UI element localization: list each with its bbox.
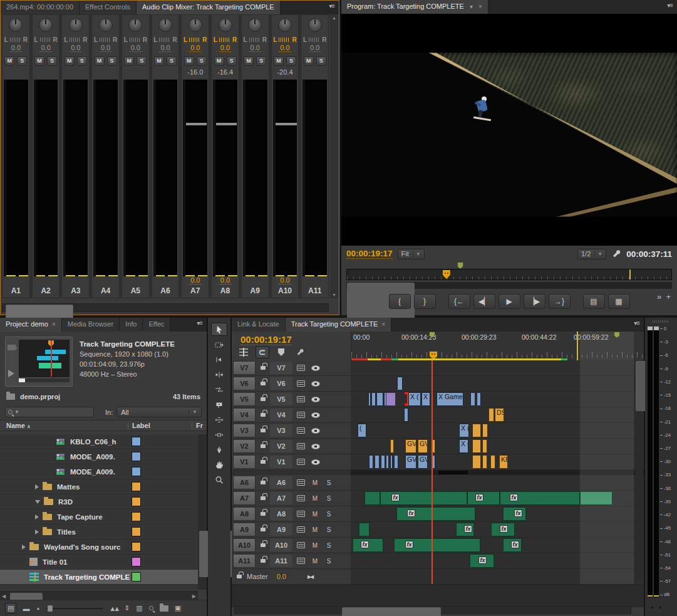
- sync-lock-button[interactable]: [293, 522, 308, 537]
- play-preview-icon[interactable]: [8, 370, 14, 377]
- mute-track-button[interactable]: M: [308, 491, 322, 506]
- disclosure-right-icon[interactable]: [35, 530, 39, 535]
- mute-button[interactable]: M: [184, 56, 194, 66]
- solo-button[interactable]: S: [286, 56, 296, 66]
- close-icon[interactable]: ×: [478, 3, 482, 10]
- fader-handle[interactable]: [276, 123, 296, 125]
- column-label[interactable]: Label: [128, 422, 150, 429]
- volume-fader[interactable]: [123, 80, 148, 276]
- solo-track-button[interactable]: S: [322, 475, 336, 490]
- timeline-clip[interactable]: X Game: [437, 392, 463, 406]
- track-lock-button[interactable]: [257, 439, 269, 454]
- timeline-clip[interactable]: DS: [495, 408, 504, 422]
- panel-menu-icon[interactable]: ▾≡: [629, 318, 644, 331]
- rate-stretch-tool-button[interactable]: [211, 383, 227, 396]
- track-content[interactable]: [351, 475, 644, 491]
- sync-lock-button[interactable]: [293, 538, 308, 553]
- button-editor-icon[interactable]: +: [666, 292, 671, 301]
- channel-volume-value[interactable]: [62, 276, 89, 285]
- volume-fader[interactable]: [183, 80, 207, 276]
- step-forward-button[interactable]: ▕▶: [524, 294, 545, 309]
- mute-button[interactable]: M: [95, 56, 105, 66]
- solo-button[interactable]: S: [197, 56, 207, 66]
- timeline-clip[interactable]: X (: [421, 392, 430, 406]
- sort-order-icon[interactable]: ⇕: [124, 604, 130, 612]
- program-timecode[interactable]: 00:00:19:17: [346, 249, 393, 259]
- sync-lock-button[interactable]: [293, 506, 308, 521]
- razor-tool-button[interactable]: [211, 398, 227, 411]
- timeline-clip[interactable]: [397, 377, 403, 390]
- track-target-button[interactable]: V7: [270, 362, 292, 374]
- solo-button[interactable]: S: [316, 56, 326, 66]
- disclosure-right-icon[interactable]: [35, 484, 39, 489]
- timeline-clip[interactable]: [386, 455, 389, 469]
- volume-fader[interactable]: [63, 80, 88, 276]
- mute-track-button[interactable]: M: [308, 522, 322, 537]
- track-lock-button[interactable]: [257, 407, 269, 422]
- track-select-forward-tool-button[interactable]: [211, 338, 227, 351]
- track-content[interactable]: GVGVKB: [351, 454, 644, 470]
- track-content[interactable]: fx: [351, 553, 644, 569]
- track-target-button[interactable]: A9: [270, 523, 292, 536]
- track-target-button[interactable]: A6: [270, 476, 292, 489]
- chevron-down-icon[interactable]: ▾: [470, 3, 473, 10]
- volume-fader[interactable]: [153, 80, 178, 276]
- ripple-edit-tool-button[interactable]: [211, 353, 227, 366]
- source-patch-button[interactable]: A11: [233, 554, 256, 568]
- channel-volume-value[interactable]: [33, 276, 59, 285]
- mute-track-button[interactable]: M: [308, 475, 322, 490]
- source-patch-button[interactable]: V6: [233, 377, 256, 390]
- hand-tool-button[interactable]: [211, 458, 227, 471]
- timeline-clip[interactable]: [482, 455, 487, 469]
- mute-button[interactable]: M: [4, 56, 14, 66]
- solo-track-button[interactable]: S: [322, 538, 336, 553]
- toggle-track-output-button[interactable]: [308, 423, 323, 438]
- zoom-slider[interactable]: [46, 608, 103, 609]
- tab-info[interactable]: Info: [120, 318, 143, 331]
- pan-knob[interactable]: [278, 18, 292, 32]
- timeline-clip[interactable]: X (: [459, 439, 468, 453]
- keyframe-nav-icon[interactable]: ▶◀: [307, 574, 313, 580]
- sync-lock-button[interactable]: [293, 491, 308, 506]
- project-vscrollbar[interactable]: [198, 434, 207, 590]
- sort-ascending-icon[interactable]: ∧: [27, 424, 31, 429]
- slip-tool-button[interactable]: [211, 413, 227, 426]
- toggle-track-output-button[interactable]: [308, 376, 323, 391]
- play-button[interactable]: ▶: [499, 294, 520, 309]
- pan-knob[interactable]: [128, 18, 142, 32]
- timeline-clip[interactable]: GV: [405, 455, 416, 469]
- timeline-clip[interactable]: [488, 408, 494, 422]
- clip-gain-value[interactable]: 0.0: [92, 44, 119, 53]
- timeline-timecode[interactable]: 00:00:19:17: [240, 334, 292, 345]
- track-lock-button[interactable]: [257, 423, 269, 438]
- panel-menu-icon[interactable]: ▾≡: [663, 0, 677, 14]
- fader-handle[interactable]: [186, 123, 207, 125]
- timeline-clip[interactable]: fx: [396, 507, 475, 521]
- program-scrub-bar[interactable]: [346, 269, 672, 280]
- solo-button[interactable]: S: [77, 56, 87, 66]
- clip-gain-value[interactable]: 0.0: [3, 44, 29, 53]
- track-content[interactable]: [351, 376, 644, 392]
- list-view-button[interactable]: ▤: [5, 603, 16, 613]
- label-color-chip[interactable]: [132, 497, 141, 506]
- solo-button[interactable]: S: [107, 56, 117, 66]
- solo-button[interactable]: S: [47, 56, 57, 66]
- source-patch-button[interactable]: A10: [233, 538, 256, 552]
- timeline-clip[interactable]: [404, 408, 408, 422]
- timeline-clip[interactable]: fx: [353, 538, 383, 552]
- timeline-clip[interactable]: [364, 491, 380, 505]
- volume-fader[interactable]: [4, 80, 28, 276]
- volume-fader[interactable]: [273, 80, 297, 276]
- track-lock-button[interactable]: [257, 360, 269, 375]
- track-content[interactable]: fxfxfx: [351, 491, 644, 506]
- track-target-button[interactable]: V4: [270, 409, 292, 421]
- solo-button[interactable]: S: [137, 56, 147, 66]
- track-target-button[interactable]: A10: [270, 539, 292, 551]
- master-volume-value[interactable]: 0.0: [277, 573, 286, 580]
- column-name[interactable]: Name: [6, 422, 25, 429]
- volume-fader[interactable]: [93, 80, 118, 276]
- source-patch-button[interactable]: A9: [233, 523, 256, 536]
- pan-knob[interactable]: [99, 18, 113, 32]
- transport-overflow[interactable]: » +: [657, 292, 671, 301]
- timeline-clip[interactable]: X (: [459, 424, 469, 437]
